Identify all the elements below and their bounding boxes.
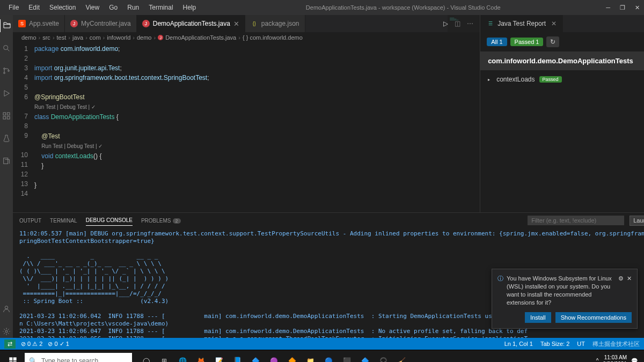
task-view-icon[interactable]: ◯	[137, 352, 155, 363]
edge-icon[interactable]: 🔵	[320, 352, 337, 363]
svg-point-10	[5, 330, 8, 333]
svg-rect-12	[13, 357, 17, 360]
status-errors[interactable]: ⊘ 0 ⚠ 2	[21, 341, 42, 348]
watermark: 稀土掘金技术社区	[592, 340, 640, 348]
svg-rect-7	[7, 116, 10, 119]
notepad-icon[interactable]: 📝	[210, 352, 228, 363]
status-bar: ⇄ ⊘ 0 ⚠ 2 ⊘ 0 ✓ 1 Ln 1, Col 1 Tab Size: …	[0, 338, 644, 350]
tab-mycontroller[interactable]: JMyController.java	[65, 15, 137, 32]
minimize-icon[interactable]: ─	[606, 4, 610, 11]
app-icon-4[interactable]: 🧹	[393, 352, 410, 363]
menu-bar: File Edit Selection View Go Run Terminal…	[4, 2, 200, 13]
firefox-icon[interactable]: 🦊	[192, 352, 209, 363]
menu-file[interactable]: File	[4, 2, 23, 13]
svg-point-9	[5, 306, 8, 309]
references-icon[interactable]	[0, 154, 13, 167]
tab-package-json[interactable]: {}package.json	[245, 15, 305, 32]
close-icon[interactable]: ✕	[635, 4, 640, 11]
close-icon[interactable]: ✕	[551, 20, 557, 27]
show-recommendations-button[interactable]: Show Recommendations	[555, 312, 632, 323]
explorer-icon[interactable]	[0, 19, 12, 32]
menu-help[interactable]: Help	[179, 2, 201, 13]
app-icon-3[interactable]: 🎧	[375, 352, 392, 363]
taskbar-clock[interactable]: 11:03 AM 3/23/2021	[603, 354, 627, 363]
panel-filter-input[interactable]	[528, 216, 624, 225]
eclipse-icon[interactable]: 🟣	[265, 352, 282, 363]
close-icon[interactable]: ✕	[627, 275, 632, 307]
info-icon: ⓘ	[497, 275, 503, 307]
search-icon[interactable]	[0, 42, 13, 55]
powershell-icon[interactable]: 🔷	[356, 352, 374, 363]
test-class-title: com.infoworld.demo.DemoApplicationTests	[480, 51, 644, 70]
svg-point-3	[8, 70, 10, 72]
filter-all[interactable]: All 1	[487, 38, 507, 46]
status-ports[interactable]: ⊘ 0 ✓ 1	[48, 341, 69, 348]
svg-point-1	[4, 68, 5, 70]
svg-rect-5	[7, 113, 10, 115]
window-controls: ─ ❐ ✕	[606, 4, 640, 11]
panel-problems[interactable]: PROBLEMS2	[141, 216, 181, 226]
install-button[interactable]: Install	[525, 312, 551, 323]
settings-icon[interactable]	[0, 325, 13, 338]
svg-rect-4	[3, 113, 6, 115]
cmd-icon[interactable]: ⬛	[338, 352, 355, 363]
notifications-icon[interactable]: 💬	[631, 358, 638, 362]
close-icon[interactable]: ✕	[233, 20, 239, 28]
start-button[interactable]	[2, 352, 24, 363]
svg-point-0	[4, 46, 8, 50]
history-icon[interactable]: ↻	[546, 36, 559, 47]
window-title: DemoApplicationTests.java - workspace (W…	[200, 4, 606, 11]
gear-icon[interactable]: ⚙	[618, 275, 624, 307]
vscode-icon[interactable]: 📘	[229, 352, 246, 363]
tab-demo-tests[interactable]: JDemoApplicationTests.java✕	[137, 15, 245, 32]
app-icon-2[interactable]: 🔶	[283, 352, 301, 363]
tray-expand-icon[interactable]: ^	[596, 358, 599, 362]
windows-taskbar: 🔍Type here to search ◯ ⊞ 🌐 🦊 📝 📘 🔷 🟣 🔶 📁…	[0, 350, 644, 362]
chrome-icon[interactable]: 🌐	[174, 352, 191, 363]
svg-point-2	[4, 72, 5, 74]
search-icon: 🔍	[29, 357, 37, 363]
menu-terminal[interactable]: Terminal	[144, 2, 177, 13]
status-encoding[interactable]: UT	[577, 341, 585, 347]
app-icon-1[interactable]: 🔷	[247, 352, 264, 363]
panel-output[interactable]: OUTPUT	[19, 216, 41, 226]
svg-rect-6	[3, 116, 6, 119]
launch-config-dropdown[interactable]: Launch Java Tests - 916 ▾	[630, 216, 644, 226]
taskbar-search[interactable]: 🔍Type here to search	[25, 353, 132, 363]
status-ln-col[interactable]: Ln 1, Col 1	[504, 341, 533, 347]
explorer-icon[interactable]: 📁	[302, 352, 319, 363]
extensions-icon[interactable]	[0, 109, 13, 122]
tab-test-report[interactable]: ☰Java Test Report✕	[480, 15, 563, 32]
minimap[interactable]: ▬▬▬▬▬▬▬▬▬▬▬▬▬▬▬▬▬▬	[448, 15, 480, 212]
svg-rect-11	[9, 357, 12, 360]
menu-selection[interactable]: Selection	[45, 2, 80, 13]
menu-view[interactable]: View	[81, 2, 104, 13]
svg-rect-8	[4, 158, 8, 164]
filter-passed[interactable]: Passed 1	[510, 38, 544, 46]
test-method-row[interactable]: ▸ contextLoads Passed 0.67s ↻	[480, 70, 644, 88]
tab-app-svelte[interactable]: SApp.svelte	[13, 15, 65, 32]
wsl-notification: ⓘYou have Windows Subsystem for Linux (W…	[492, 269, 638, 329]
run-debug-icon[interactable]	[0, 87, 13, 100]
editor-tabs: SApp.svelte JMyController.java JDemoAppl…	[13, 15, 480, 32]
panel-terminal[interactable]: TERMINAL	[50, 216, 77, 226]
title-bar: File Edit Selection View Go Run Terminal…	[0, 0, 644, 15]
status-tab-size[interactable]: Tab Size: 2	[540, 341, 569, 347]
cortana-icon[interactable]: ⊞	[156, 352, 173, 363]
breadcrumb[interactable]: demo› src› test› java› com› infoworld› d…	[13, 32, 480, 43]
account-icon[interactable]	[0, 302, 13, 315]
remote-icon[interactable]: ⇄	[4, 339, 16, 349]
menu-edit[interactable]: Edit	[24, 2, 44, 13]
activity-bar	[0, 15, 13, 338]
test-icon[interactable]	[0, 132, 13, 145]
menu-go[interactable]: Go	[105, 2, 122, 13]
source-control-icon[interactable]	[0, 64, 13, 77]
test-report-pane: ☰Java Test Report✕ ⋯ All 1 Passed 1 ↻ co…	[480, 15, 644, 212]
panel-debug-console[interactable]: DEBUG CONSOLE	[86, 215, 133, 226]
code-content[interactable]: 1234567891011121314 package com.infoworl…	[13, 43, 480, 198]
maximize-icon[interactable]: ❐	[620, 4, 625, 11]
menu-run[interactable]: Run	[123, 2, 143, 13]
code-editor: SApp.svelte JMyController.java JDemoAppl…	[13, 15, 480, 212]
